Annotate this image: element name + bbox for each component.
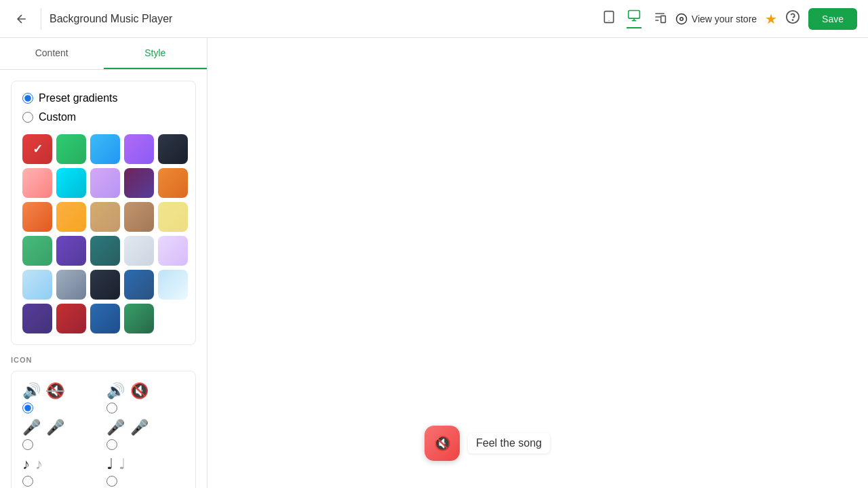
responsive-icon[interactable]: [652, 10, 667, 27]
color-swatch-c4[interactable]: [124, 134, 154, 164]
mic-off-icon-2: 🎤: [130, 419, 149, 436]
color-swatch-c14[interactable]: [124, 202, 154, 232]
note-on-icon-1: ♪: [22, 455, 30, 473]
svg-rect-2: [629, 11, 640, 19]
color-swatch-c6[interactable]: [22, 168, 52, 198]
note-on-icon-2: ♩: [106, 455, 113, 473]
back-button[interactable]: [11, 8, 33, 30]
color-swatch-c21[interactable]: [22, 270, 52, 300]
color-swatch-c15[interactable]: [158, 202, 188, 232]
icon-set-6-radio[interactable]: [106, 476, 117, 487]
color-swatch-c1[interactable]: [22, 134, 52, 164]
icon-radio-6[interactable]: [106, 476, 117, 487]
icon-option-6: ♩ ♩: [106, 455, 185, 487]
header: Background Music Player View your store …: [0, 0, 868, 38]
mic-off-icon-1: 🎤: [46, 419, 64, 436]
widget-container: 🔇 Feel the song: [425, 426, 550, 461]
save-button[interactable]: Save: [808, 8, 857, 30]
icon-pair-2: 🔊 🔇: [106, 382, 149, 400]
color-swatch-c24[interactable]: [124, 270, 154, 300]
color-swatch-c2[interactable]: [56, 134, 86, 164]
mic-on-icon-2: 🎤: [106, 419, 125, 436]
icon-pair-6: ♩ ♩: [106, 455, 125, 473]
tab-content[interactable]: Content: [0, 38, 104, 69]
icon-pair-4: 🎤 🎤: [106, 419, 149, 436]
sidebar: Content Style Preset gradients Custom: [0, 38, 208, 488]
note-off-icon-1: ♪: [35, 455, 43, 473]
color-swatch-c25[interactable]: [158, 270, 188, 300]
main-layout: Content Style Preset gradients Custom: [0, 38, 868, 488]
color-swatch-c27[interactable]: [56, 304, 86, 333]
custom-option[interactable]: Custom: [22, 111, 184, 123]
color-swatch-c11[interactable]: [22, 202, 52, 232]
tablet-icon[interactable]: [602, 10, 616, 27]
color-swatch-c26[interactable]: [22, 304, 52, 333]
icon-set-4-radio[interactable]: [106, 439, 117, 450]
color-swatch-c10[interactable]: [158, 168, 188, 198]
color-swatch-c22[interactable]: [56, 270, 86, 300]
preset-gradients-radio[interactable]: [22, 93, 33, 104]
color-swatch-c3[interactable]: [90, 134, 120, 164]
sidebar-tabs: Content Style: [0, 38, 207, 70]
desktop-icon[interactable]: [627, 9, 642, 28]
icon-option-2: 🔊 🔇: [106, 382, 185, 413]
color-swatch-c5[interactable]: [158, 134, 188, 164]
icon-radio-4[interactable]: [106, 439, 117, 450]
icon-radio-2[interactable]: [106, 403, 117, 413]
icon-set-5-radio[interactable]: [22, 476, 33, 487]
svg-rect-0: [604, 12, 613, 23]
preset-gradients-option[interactable]: Preset gradients: [22, 92, 184, 104]
icon-grid: 🔊 🔇 🔊 🔇: [22, 382, 184, 487]
color-swatch-c9[interactable]: [124, 168, 154, 198]
color-swatch-c18[interactable]: [90, 236, 120, 266]
device-switcher: [602, 9, 667, 28]
custom-radio[interactable]: [22, 112, 33, 123]
preview-canvas: [208, 38, 868, 488]
icon-radio-5[interactable]: [22, 476, 33, 487]
custom-label: Custom: [39, 111, 76, 123]
color-swatch-c29[interactable]: [124, 304, 154, 333]
view-store-label: View your store: [692, 14, 757, 24]
icon-set-3-radio[interactable]: [22, 439, 33, 450]
color-swatch-c7[interactable]: [56, 168, 86, 198]
icon-option-3: 🎤 🎤: [22, 419, 101, 450]
view-store-button[interactable]: View your store: [675, 13, 757, 25]
icon-radio-1[interactable]: [22, 403, 33, 413]
volume-on-icon-1: 🔊: [22, 382, 41, 400]
volume-off-icon-2: 🔇: [130, 382, 149, 400]
color-swatch-c13[interactable]: [90, 202, 120, 232]
icon-pair-1: 🔊 🔇: [22, 382, 64, 400]
volume-on-icon-2: 🔊: [106, 382, 125, 400]
color-grid: [22, 134, 184, 333]
color-swatch-c12[interactable]: [56, 202, 86, 232]
icon-set-2-radio[interactable]: [106, 403, 117, 413]
icon-pair-3: 🎤 🎤: [22, 419, 64, 436]
icon-set-1-radio[interactable]: [22, 403, 33, 413]
app-title: Background Music Player: [50, 13, 594, 25]
header-divider: [41, 8, 41, 30]
icon-option-1: 🔊 🔇: [22, 382, 101, 413]
note-off-icon-2: ♩: [119, 455, 125, 473]
color-swatch-c17[interactable]: [56, 236, 86, 266]
svg-point-7: [680, 17, 684, 20]
color-swatch-c20[interactable]: [158, 236, 188, 266]
main-preview: 🔇 Feel the song: [208, 38, 868, 488]
color-swatch-c8[interactable]: [90, 168, 120, 198]
volume-off-icon-1: 🔇: [46, 382, 64, 400]
tab-style[interactable]: Style: [104, 38, 208, 69]
star-icon[interactable]: ★: [765, 11, 777, 27]
header-actions: View your store ★ Save: [675, 8, 857, 30]
color-swatch-c19[interactable]: [124, 236, 154, 266]
color-swatch-c16[interactable]: [22, 236, 52, 266]
color-swatch-c23[interactable]: [90, 270, 120, 300]
svg-rect-5: [661, 16, 666, 22]
widget-play-button[interactable]: 🔇: [425, 426, 460, 461]
icon-pair-5: ♪ ♪: [22, 455, 43, 473]
icon-option-5: ♪ ♪: [22, 455, 101, 487]
icon-radio-3[interactable]: [22, 439, 33, 450]
color-section: Preset gradients Custom: [11, 81, 196, 345]
help-icon[interactable]: [785, 9, 800, 28]
color-swatch-c28[interactable]: [90, 304, 120, 333]
icon-option-4: 🎤 🎤: [106, 419, 185, 450]
svg-point-6: [676, 14, 686, 24]
